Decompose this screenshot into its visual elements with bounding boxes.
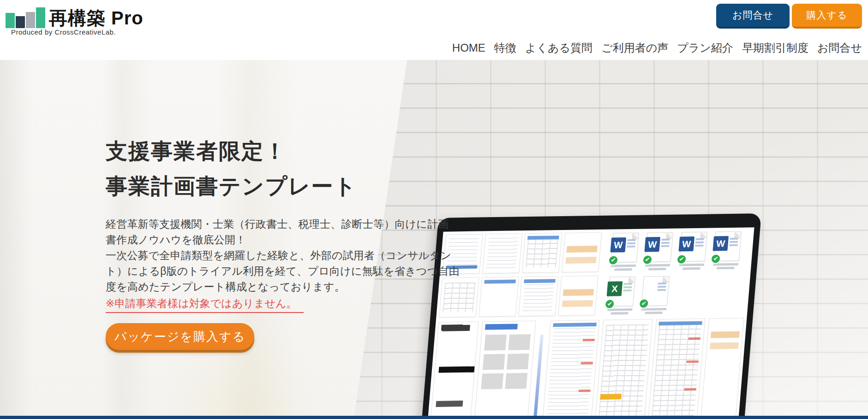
template-thumbnail: [562, 232, 602, 272]
buy-button[interactable]: 購入する: [792, 4, 862, 29]
nav-item-5[interactable]: プラン紹介: [677, 41, 733, 55]
template-thumbnail: [469, 321, 536, 416]
logo-subtitle: Produced by CrossCreativeLab.: [11, 28, 116, 36]
laptop-image: W✔W✔W✔W✔ X✔✔: [416, 213, 761, 416]
template-thumbnail: [522, 233, 562, 273]
template-thumbnail: [590, 319, 652, 416]
word-app-badge: W: [644, 237, 660, 252]
nav-item-4[interactable]: ご利用者の声: [601, 41, 668, 55]
check-icon: ✔: [604, 299, 615, 309]
template-thumbnail: [518, 276, 558, 316]
cta-buy-package-button[interactable]: パッケージを購入する: [106, 323, 254, 350]
landing-page: 再構築 Pro Produced by CrossCreativeLab. お問…: [0, 0, 868, 419]
check-icon: ✔: [642, 254, 653, 265]
nav-item-6[interactable]: 早期割引制度: [742, 41, 808, 55]
excel-app-badge: X: [607, 281, 623, 296]
word-app-badge: W: [610, 237, 626, 252]
laptop-screen: W✔W✔W✔W✔ X✔✔: [422, 227, 754, 416]
excel-file-icon: X✔: [605, 277, 637, 316]
doc-file-icon: ✔: [639, 276, 671, 316]
nav-item-7[interactable]: お問合せ: [817, 41, 862, 55]
template-thumbnail: [643, 319, 705, 416]
other-file-row: X✔✔: [605, 275, 748, 316]
thumbnail-grid: [439, 232, 608, 321]
check-icon: ✔: [638, 298, 649, 308]
word-file-icon: W✔: [609, 233, 641, 272]
word-file-icon: W✔: [711, 231, 743, 271]
template-thumbnail: [558, 276, 598, 316]
check-icon: ✔: [608, 255, 619, 265]
hero-copy: 支援事業者限定！ 事業計画書テンプレート 経営革新等支援機関・士業（行政書士、税…: [106, 134, 460, 350]
word-app-badge: W: [712, 236, 729, 251]
template-thumbnail: [482, 233, 522, 273]
check-icon: ✔: [676, 254, 687, 264]
nav-item-2[interactable]: 特徴: [494, 41, 516, 55]
thumbnail-row-large: [425, 318, 744, 416]
template-thumbnail: [479, 277, 519, 317]
template-thumbnail: [538, 320, 600, 416]
hero-heading: 支援事業者限定！ 事業計画書テンプレート: [106, 134, 460, 204]
word-file-icon: W✔: [677, 232, 709, 271]
file-icon-grid: W✔W✔W✔W✔ X✔✔: [605, 231, 751, 320]
main-nav: HOME特徴よくある質問ご利用者の声プラン紹介早期割引制度お問合せ: [452, 41, 862, 55]
check-icon: ✔: [710, 254, 721, 264]
header-buttons: お問合せ 購入する: [716, 4, 862, 29]
contact-button[interactable]: お問合せ: [716, 4, 790, 29]
site-header: 再構築 Pro Produced by CrossCreativeLab. お問…: [0, 0, 868, 60]
hero-heading-line2: 事業計画書テンプレート: [106, 169, 460, 204]
bar-chart-logo-icon: [6, 6, 46, 28]
nav-item-3[interactable]: よくある質問: [525, 41, 593, 55]
hero-note: ※申請事業者様は対象ではありません。: [106, 296, 304, 313]
hero-section: W✔W✔W✔W✔ X✔✔: [0, 60, 868, 416]
bottom-accent-bar: [0, 416, 868, 419]
word-file-icon: W✔: [643, 232, 675, 272]
word-app-badge: W: [678, 236, 694, 251]
hero-heading-line1: 支援事業者限定！: [106, 134, 460, 169]
nav-item-1[interactable]: HOME: [452, 41, 485, 54]
hero-paragraph: 経営革新等支援機関・士業（行政書士、税理士、診断士等）向けに計画書作成ノウハウを…: [106, 216, 460, 295]
logo-title: 再構築 Pro: [49, 6, 144, 31]
word-file-row: W✔W✔W✔W✔: [609, 231, 751, 272]
